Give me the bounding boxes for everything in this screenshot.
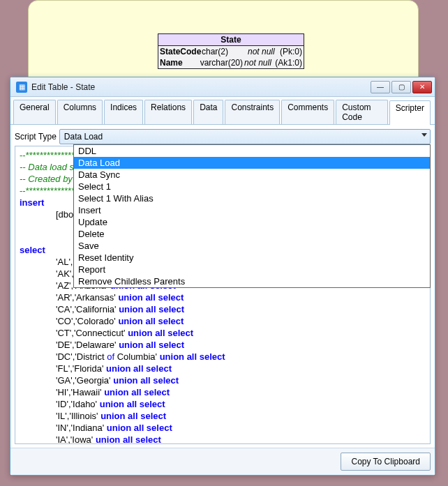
diagram-row: Name varchar(20) not null (Ak1:0) — [158, 57, 304, 68]
tabs-bar: General Columns Indices Relations Data C… — [10, 97, 435, 125]
diagram-title: State — [158, 34, 304, 46]
option-data-sync[interactable]: Data Sync — [74, 169, 430, 181]
close-button[interactable]: ✕ — [412, 81, 432, 93]
script-line: 'IN','Indiana' union all select — [20, 422, 426, 434]
content-area: Script Type Data Load --****************… — [10, 125, 435, 475]
tab-custom-code[interactable]: Custom Code — [336, 100, 387, 124]
script-type-label: Script Type — [15, 132, 57, 142]
tab-constraints[interactable]: Constraints — [225, 100, 280, 124]
maximize-icon: ▢ — [398, 84, 405, 91]
tab-relations[interactable]: Relations — [144, 100, 192, 124]
script-line: 'DE','Delaware' union all select — [20, 339, 426, 351]
script-type-dropdown[interactable]: DDL Data Load Data Sync Select 1 Select … — [73, 144, 431, 288]
app-icon: ▦ — [16, 82, 27, 93]
titlebar[interactable]: ▦ Edit Table - State — ▢ ✕ — [10, 77, 435, 97]
option-data-load[interactable]: Data Load — [74, 157, 430, 169]
script-line: 'AR','Arkansas' union all select — [20, 291, 426, 303]
option-ddl[interactable]: DDL — [74, 145, 430, 157]
option-reset-identity[interactable]: Reset Identity — [74, 252, 430, 264]
maximize-button[interactable]: ▢ — [391, 81, 411, 93]
script-line: 'IL','Illinois' union all select — [20, 410, 426, 422]
footer: Copy To Clipboard — [10, 448, 435, 475]
close-icon: ✕ — [419, 84, 425, 91]
option-select-1[interactable]: Select 1 — [74, 181, 430, 192]
tab-columns[interactable]: Columns — [57, 100, 103, 124]
script-line: 'IA','Iowa' union all select — [20, 434, 426, 444]
script-line: 'GA','Georgia' union all select — [20, 374, 426, 386]
script-line: 'ID','Idaho' union all select — [20, 398, 426, 410]
script-line: 'CT','Connecticut' union all select — [20, 327, 426, 339]
diagram-row: StateCode char(2) not null (Pk:0) — [158, 46, 304, 57]
tab-indices[interactable]: Indices — [104, 100, 143, 124]
option-update[interactable]: Update — [74, 216, 430, 228]
script-line: 'CA','California' union all select — [20, 303, 426, 315]
script-line: 'DC','District of Columbia' union all se… — [20, 351, 426, 363]
option-delete[interactable]: Delete — [74, 228, 430, 240]
option-select-1-alias[interactable]: Select 1 With Alias — [74, 192, 430, 204]
chevron-down-icon — [421, 133, 427, 137]
option-report[interactable]: Report — [74, 264, 430, 275]
script-line: 'FL','Florida' union all select — [20, 363, 426, 374]
combo-value: Data Load — [64, 132, 103, 142]
minimize-button[interactable]: — — [371, 81, 390, 93]
tab-data[interactable]: Data — [193, 100, 223, 124]
minimize-icon: — — [377, 84, 384, 91]
script-type-combo[interactable]: Data Load — [59, 129, 431, 144]
script-line: 'HI','Hawaii' union all select — [20, 386, 426, 398]
script-line: 'CO','Colorado' union all select — [20, 315, 426, 327]
tab-general[interactable]: General — [13, 100, 56, 124]
tab-comments[interactable]: Comments — [281, 100, 334, 124]
window-title: Edit Table - State — [31, 82, 371, 92]
state-table-diagram: State StateCode char(2) not null (Pk:0) … — [158, 33, 304, 69]
copy-to-clipboard-button[interactable]: Copy To Clipboard — [341, 453, 431, 471]
option-save[interactable]: Save — [74, 240, 430, 252]
option-insert[interactable]: Insert — [74, 204, 430, 216]
option-remove-childless[interactable]: Remove Childless Parents — [74, 275, 430, 287]
tab-scripter[interactable]: Scripter — [389, 100, 431, 125]
edit-table-window: ▦ Edit Table - State — ▢ ✕ General Colum… — [10, 77, 435, 476]
